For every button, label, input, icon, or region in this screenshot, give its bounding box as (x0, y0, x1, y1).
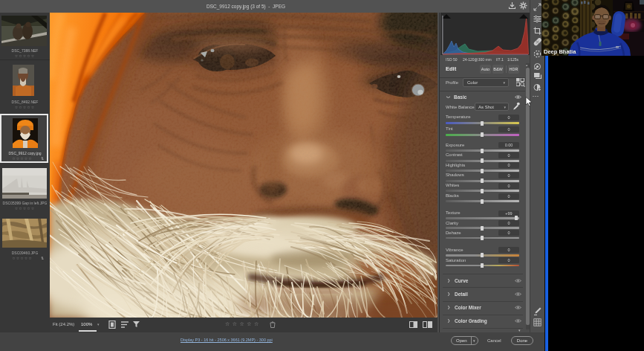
svg-text:Deep Bhatia: Deep Bhatia (544, 48, 576, 55)
